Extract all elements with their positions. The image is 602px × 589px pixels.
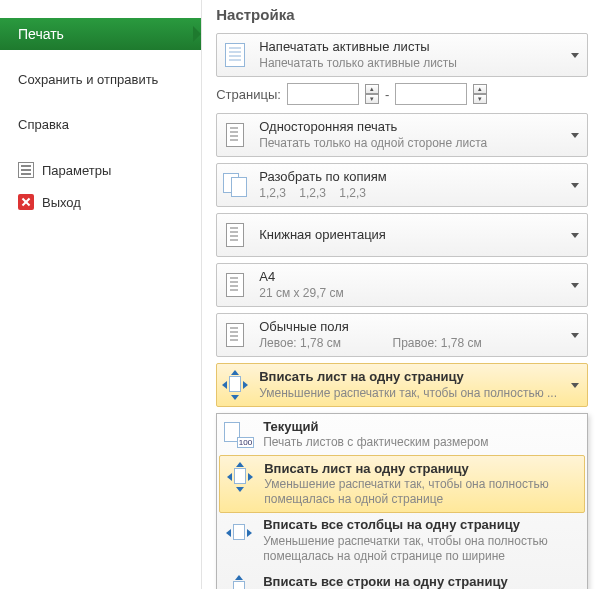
chevron-down-icon xyxy=(563,114,587,156)
pages-from-spinner[interactable]: ▴▾ xyxy=(365,84,379,104)
paper-icon xyxy=(226,273,244,297)
pages-range-row: Страницы: ▴▾ - ▴▾ xyxy=(216,83,588,105)
pages-label: Страницы: xyxy=(216,87,281,102)
scaling-option-actual[interactable]: Текущий Печать листов с фактическим разм… xyxy=(217,414,587,456)
actual-size-icon xyxy=(224,422,254,448)
sidebar-item-exit[interactable]: Выход xyxy=(0,186,201,218)
fit-columns-icon xyxy=(226,520,252,546)
scaling-option-fit-sheet[interactable]: Вписать лист на одну страницу Уменьшение… xyxy=(219,455,585,513)
chevron-down-icon xyxy=(563,314,587,356)
portrait-icon xyxy=(226,223,244,247)
fit-rows-icon xyxy=(226,577,252,590)
sidebar-item-help[interactable]: Справка xyxy=(0,109,201,140)
sidebar-item-options[interactable]: Параметры xyxy=(0,154,201,186)
option-margins[interactable]: Обычные поля Левое: 1,78 см Правое: 1,78… xyxy=(216,313,588,357)
option-sides[interactable]: Односторонняя печать Печатать только на … xyxy=(216,113,588,157)
backstage-sidebar: Печать Сохранить и отправить Справка Пар… xyxy=(0,0,202,589)
option-orientation[interactable]: Книжная ориентация xyxy=(216,213,588,257)
sidebar-item-save-send[interactable]: Сохранить и отправить xyxy=(0,64,201,95)
fit-page-icon xyxy=(227,464,253,490)
pages-from-input[interactable] xyxy=(287,83,359,105)
margins-icon xyxy=(226,323,244,347)
exit-icon xyxy=(18,194,34,210)
chevron-down-icon xyxy=(563,214,587,256)
chevron-down-icon xyxy=(563,364,587,406)
scaling-option-fit-rows[interactable]: Вписать все строки на одну страницу Умен… xyxy=(217,569,587,590)
option-paper-size[interactable]: A4 21 см x 29,7 см xyxy=(216,263,588,307)
worksheet-icon xyxy=(225,43,245,67)
pages-to-input[interactable] xyxy=(395,83,467,105)
fit-page-icon xyxy=(222,372,248,398)
scaling-option-fit-columns[interactable]: Вписать все столбцы на одну страницу Уме… xyxy=(217,512,587,568)
option-scaling[interactable]: Вписать лист на одну страницу Уменьшение… xyxy=(216,363,588,407)
chevron-down-icon xyxy=(563,264,587,306)
settings-title: Настройка xyxy=(216,6,588,23)
option-collate[interactable]: Разобрать по копиям 1,2,3 1,2,3 1,2,3 xyxy=(216,163,588,207)
page-icon xyxy=(226,123,244,147)
sidebar-item-print[interactable]: Печать xyxy=(0,18,201,50)
scaling-dropdown: Текущий Печать листов с фактическим разм… xyxy=(216,413,588,589)
pages-to-spinner[interactable]: ▴▾ xyxy=(473,84,487,104)
collate-icon xyxy=(223,173,247,197)
options-icon xyxy=(18,162,34,178)
chevron-down-icon xyxy=(563,164,587,206)
chevron-down-icon xyxy=(563,34,587,76)
settings-panel: Настройка Напечатать активные листы Напе… xyxy=(202,0,602,589)
option-print-area[interactable]: Напечатать активные листы Напечатать тол… xyxy=(216,33,588,77)
